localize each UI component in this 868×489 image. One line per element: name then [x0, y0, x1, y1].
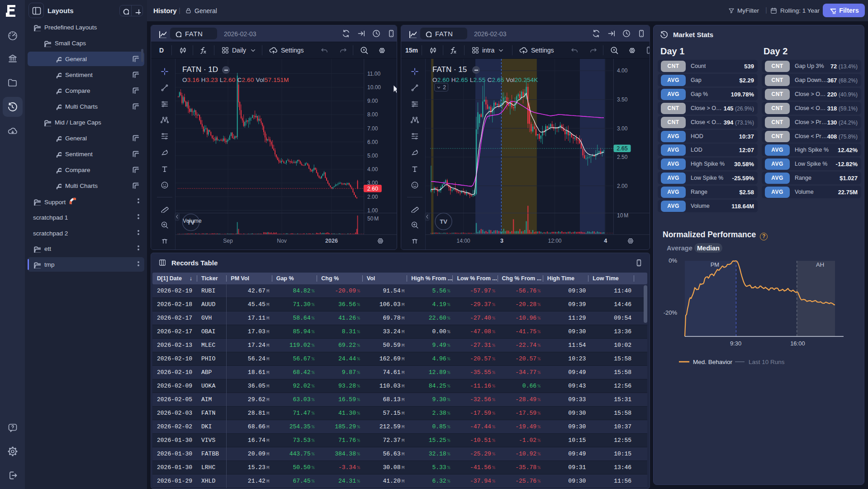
svg-text:TV: TV	[440, 218, 447, 225]
svg-text:6.00: 6.00	[367, 139, 378, 145]
svg-text:11.00: 11.00	[367, 71, 380, 77]
svg-text:AH: AH	[816, 261, 824, 268]
svg-text:8.00: 8.00	[367, 111, 378, 118]
svg-text:16:00: 16:00	[790, 340, 805, 347]
svg-text:4: 4	[604, 238, 607, 244]
svg-text:1.00: 1.00	[367, 207, 378, 214]
svg-text:Med. Behavior: Med. Behavior	[693, 359, 733, 365]
svg-text:Last 10 Runs: Last 10 Runs	[749, 359, 785, 365]
svg-text:2.00: 2.00	[367, 194, 378, 200]
svg-text:Nov: Nov	[277, 238, 286, 244]
svg-text:Sep: Sep	[223, 238, 233, 244]
svg-text:9:30: 9:30	[730, 340, 741, 347]
svg-text:10.00: 10.00	[367, 84, 381, 91]
svg-text:3.00: 3.00	[617, 125, 628, 132]
svg-text:2.50: 2.50	[617, 154, 628, 160]
svg-text:2.65: 2.65	[617, 145, 627, 152]
svg-text:9.00: 9.00	[367, 98, 378, 104]
svg-text:2.60: 2.60	[367, 186, 378, 192]
svg-text:3.50: 3.50	[617, 96, 628, 103]
svg-text:4.00: 4.00	[367, 166, 378, 173]
svg-text:7.00: 7.00	[367, 125, 378, 132]
svg-text:-20%: -20%	[664, 309, 678, 316]
svg-text:2026: 2026	[325, 238, 338, 244]
svg-text:14:00: 14:00	[456, 238, 470, 244]
svg-text:0%: 0%	[669, 257, 677, 264]
svg-text:3: 3	[500, 238, 503, 244]
svg-text:4.00: 4.00	[617, 67, 628, 74]
svg-text:50M: 50M	[367, 216, 379, 222]
svg-text:Volume: Volume	[183, 218, 202, 224]
svg-text:10M: 10M	[617, 212, 628, 219]
svg-text:5.00: 5.00	[367, 153, 378, 159]
svg-text:2.00: 2.00	[617, 183, 628, 189]
svg-text:PM: PM	[711, 261, 720, 268]
svg-text:12:00: 12:00	[548, 238, 561, 244]
